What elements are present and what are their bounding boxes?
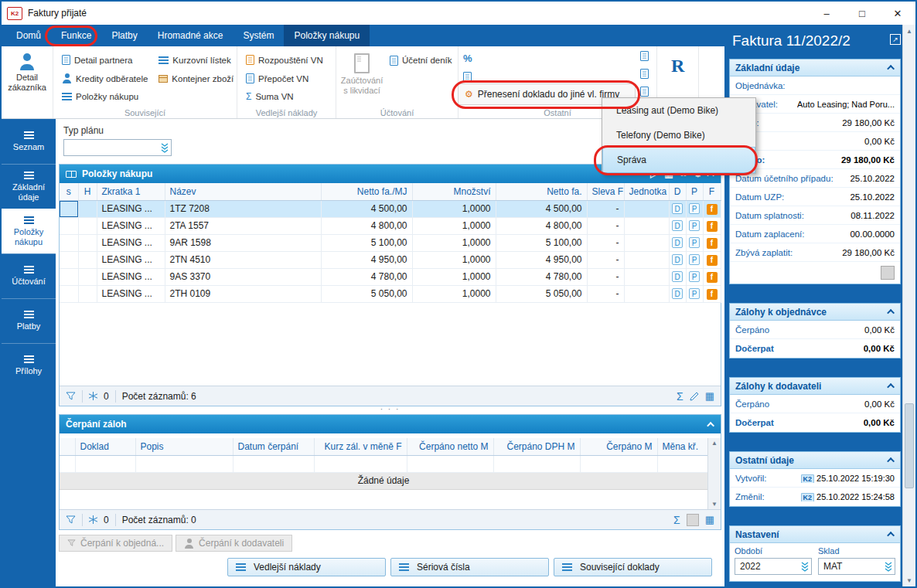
table-row[interactable]: LEASING ... 2TN 4510 4 950,00 1,0000 4 9… [60, 251, 721, 268]
typ-planu-combobox[interactable] [63, 139, 172, 156]
detail-partnera-button[interactable]: Detail partnera [58, 51, 152, 70]
menu-item-sprava[interactable]: Správa [602, 147, 755, 173]
pencil-icon[interactable] [690, 392, 699, 401]
collapse-icon[interactable] [707, 421, 714, 429]
col-kurz[interactable]: Kurz zál. v měně F [314, 438, 407, 455]
tab-domu[interactable]: Domů [6, 25, 51, 46]
app-window: K2 Faktury přijaté – □ ✕ Domů Funkce Pla… [0, 0, 917, 588]
scroll-thumb[interactable] [905, 403, 914, 488]
tab-polozky-nakupu[interactable]: Položky nákupu [284, 25, 370, 46]
rozpousteni-vn-button[interactable]: Rozpouštění VN [242, 51, 327, 70]
ostatni-udaje-header[interactable]: Ostatní údaje [730, 452, 900, 469]
col-p[interactable]: P [686, 183, 703, 200]
scroll-down-icon[interactable]: ▼ [903, 574, 915, 586]
sidebar-item-seznam[interactable]: Seznam [2, 119, 56, 164]
kontejner-zbozi-button[interactable]: Kontejner zboží [155, 70, 237, 88]
col-s[interactable]: s [60, 183, 78, 200]
col-zkratka[interactable]: Zkratka 1 [97, 183, 165, 200]
suma-vn-button[interactable]: ΣSuma VN [242, 87, 327, 106]
table-row[interactable]: LEASING ... 2TA 1557 4 800,00 1,0000 4 8… [60, 217, 721, 234]
souvisejici-doklady-button[interactable]: Související doklady [554, 558, 712, 576]
col-mnozstvi[interactable]: Množství [412, 183, 496, 200]
col-f[interactable]: F [703, 183, 721, 200]
tab-platby[interactable]: Platby [101, 25, 147, 46]
obdobi-combobox[interactable]: 2022 [735, 558, 812, 575]
col-netto-mj[interactable]: Netto fa./MJ [321, 183, 412, 200]
col-datum-cerpani[interactable]: Datum čerpání [233, 438, 314, 455]
close-button[interactable]: ✕ [880, 2, 915, 25]
seriova-cisla-button[interactable]: Sériová čísla [390, 558, 549, 576]
col-popis[interactable]: Popis [135, 438, 233, 455]
filter-icon[interactable] [66, 392, 76, 401]
table-row[interactable]: LEASING ... 1TZ 7208 4 500,00 1,0000 4 5… [60, 200, 721, 217]
sklad-combobox[interactable]: MAT [818, 558, 895, 575]
zalohy-scrollbar[interactable]: ▲ ▼ [707, 438, 721, 509]
sum-icon[interactable]: Σ [673, 514, 680, 526]
table-row[interactable]: LEASING ... 9AS 3370 4 780,00 1,0000 4 7… [60, 268, 721, 285]
menu-item-telefony[interactable]: Telefony (Demo Bike) [602, 123, 755, 148]
table-row[interactable]: LEASING ... 9AR 1598 5 100,00 1,0000 5 1… [60, 234, 721, 251]
scroll-up-icon[interactable]: ▲ [903, 25, 915, 37]
collapse-icon[interactable] [887, 65, 895, 73]
maximize-button[interactable]: □ [844, 2, 880, 25]
col-cerpano-netto[interactable]: Čerpáno netto M [407, 438, 493, 455]
col-d[interactable]: D [669, 183, 686, 200]
collapse-icon[interactable] [887, 457, 895, 465]
grid-add-icon[interactable]: ▦ [705, 390, 714, 402]
table-row[interactable]: LEASING ... 2TH 0109 5 050,00 1,0000 5 0… [60, 285, 721, 302]
col-doklad[interactable]: Doklad [75, 438, 135, 455]
cerpani-k-dodavateli-button[interactable]: Čerpání k dodavateli [176, 535, 292, 552]
collapse-icon[interactable] [887, 383, 895, 391]
document-export-icon[interactable] [463, 72, 472, 82]
panel-splitter[interactable]: · · · [59, 406, 721, 414]
col-netto-fa[interactable]: Netto fa. [496, 183, 587, 200]
vedlejsi-naklady-button[interactable]: Vedlejší náklady [227, 558, 386, 576]
sidebar-item-platby[interactable]: Platby [2, 298, 56, 343]
main-scrollbar[interactable]: ▲ ▼ [902, 25, 915, 586]
tab-funkce[interactable]: Funkce [51, 25, 101, 46]
col-cerpano-m[interactable]: Čerpáno M [580, 438, 657, 455]
kurzovni-listek-button[interactable]: Kurzovní lístek [155, 51, 237, 70]
detail-zakaznika-button[interactable]: Detail zákazníka [6, 51, 48, 106]
zauctovani-s-likvidaci-button[interactable]: Zaúčtování s likvidací [341, 51, 383, 106]
col-cerpano-dph[interactable]: Čerpáno DPH M [493, 438, 580, 455]
col-jednotka[interactable]: Jednotka [624, 183, 669, 200]
detail-action-button[interactable] [881, 266, 895, 280]
prepocet-vn-button[interactable]: Přepočet VN [242, 70, 327, 88]
document-action-icon[interactable] [640, 69, 649, 79]
col-mena[interactable]: Měna kř. [657, 438, 707, 455]
tab-system[interactable]: Systém [233, 25, 284, 46]
zalohy-objednavce-header[interactable]: Zálohy k objednávce [730, 304, 900, 321]
sidebar-item-zakladni-udaje[interactable]: Základní údaje [2, 164, 56, 209]
kredity-odberatele-button[interactable]: Kredity odběratele [58, 70, 152, 88]
zalohy-dodavateli-header[interactable]: Zálohy k dodavateli [730, 378, 900, 395]
cerpani-k-objednavce-button[interactable]: Čerpání k objedná... [59, 535, 172, 552]
collapse-icon[interactable] [887, 309, 895, 317]
percent-icon[interactable]: % [463, 53, 472, 64]
scroll-up-icon[interactable]: ▲ [711, 440, 718, 447]
sum-icon[interactable]: Σ [677, 390, 683, 403]
col-nazev[interactable]: Název [165, 183, 321, 200]
ucetni-denik-button[interactable]: Účetní deník [386, 51, 456, 70]
sidebar-item-prilohy[interactable]: Přílohy [2, 343, 56, 388]
sidebar-item-uctovani[interactable]: Účtování [2, 253, 56, 298]
filter-icon[interactable] [66, 515, 76, 525]
menu-item-leasing-aut[interactable]: Leasing aut (Demo Bike) [602, 98, 755, 123]
zakladni-udaje-header[interactable]: Základní údaje [730, 59, 900, 76]
snowflake-icon[interactable] [89, 515, 97, 524]
tab-hromadne-akce[interactable]: Hromadné akce [148, 25, 234, 46]
col-h[interactable]: H [78, 183, 97, 200]
p-badge: P [689, 254, 700, 265]
col-sleva[interactable]: Sleva F [587, 183, 624, 200]
snowflake-icon[interactable] [89, 392, 97, 400]
nastaveni-header[interactable]: Nastavení [730, 526, 900, 543]
minimize-button[interactable]: – [809, 2, 844, 25]
sidebar-item-polozky-nakupu[interactable]: Položky nákupu [2, 209, 56, 253]
grid-add-icon[interactable]: ▦ [705, 514, 714, 525]
document-action-icon[interactable] [640, 51, 649, 61]
scroll-down-icon[interactable]: ▼ [711, 501, 718, 508]
polozky-nakupu-button[interactable]: Položky nákupu [58, 87, 152, 106]
collapse-icon[interactable] [887, 532, 895, 539]
document-action-icon[interactable] [640, 87, 649, 97]
open-external-icon[interactable]: ↗ [890, 34, 901, 45]
